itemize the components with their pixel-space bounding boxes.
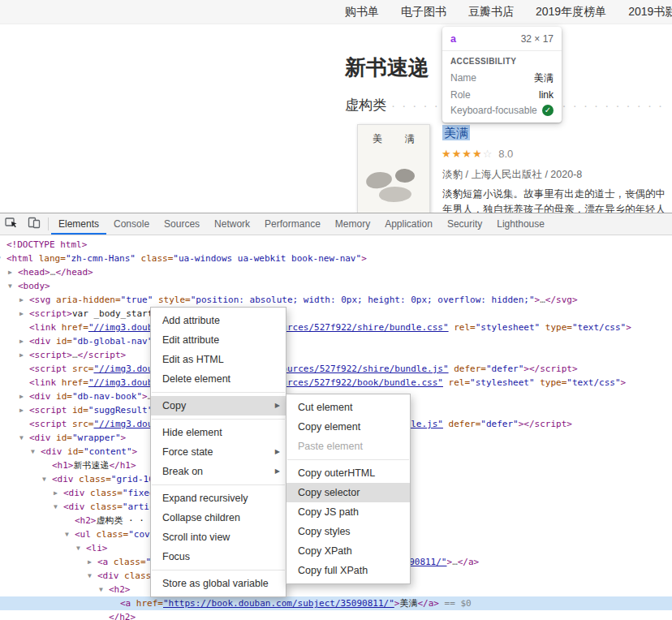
collapse-arrow-icon[interactable]: ▼	[19, 431, 24, 445]
dom-tree-node-selected[interactable]: <a href="https://book.douban.com/subject…	[0, 596, 672, 610]
expand-arrow-icon[interactable]: ▶	[88, 555, 92, 569]
dom-tree-node[interactable]: <link href="//img3.doubanio.com/dae/pack…	[0, 376, 672, 390]
expand-arrow-icon[interactable]: ▶	[8, 265, 12, 279]
devtools-tab-elements[interactable]: Elements	[51, 213, 106, 235]
menu-item-copy-xpath[interactable]: Copy XPath	[286, 541, 410, 561]
collapse-arrow-icon[interactable]: ▼	[31, 445, 35, 459]
syntax-attr: href=	[131, 598, 163, 609]
syntax-attr: class=	[108, 557, 145, 567]
syntax-tag: ></script>	[519, 419, 572, 429]
collapse-arrow-icon[interactable]: ▼	[76, 541, 80, 555]
dom-tree-node[interactable]: ▼<html lang="zh-cmn-Hans" class="ua-wind…	[0, 252, 672, 265]
inspect-tooltip: a 32 × 17 ACCESSIBILITY Name美满RolelinkKe…	[442, 27, 562, 123]
book-cover-link[interactable]: 美 满	[357, 124, 430, 215]
site-nav-item-3[interactable]: 豆瓣书店	[468, 5, 514, 19]
collapse-arrow-icon[interactable]: ▼	[8, 279, 12, 293]
menu-item-force-state[interactable]: Force state▶	[151, 442, 286, 462]
dom-tree-node[interactable]: ▶<script>var _body_start = +new Date();<…	[0, 307, 672, 321]
stars-full-icon: ★★★★	[442, 148, 483, 160]
syntax-tag: <h2>	[109, 584, 131, 595]
menu-item-edit-as-html[interactable]: Edit as HTML	[151, 350, 286, 369]
menu-item-collapse-children[interactable]: Collapse children	[151, 508, 286, 527]
devtools-tab-network[interactable]: Network	[207, 213, 257, 235]
expand-arrow-icon[interactable]: ▶	[19, 403, 24, 417]
devtools-tab-application[interactable]: Application	[377, 213, 440, 235]
menu-item-copy-outerhtml[interactable]: Copy outerHTML	[286, 463, 410, 483]
expand-arrow-icon[interactable]: ▶	[19, 307, 24, 321]
collapse-arrow-icon[interactable]: ▼	[54, 500, 58, 514]
dom-tree-node[interactable]: ▶<script>…</script>	[0, 348, 672, 362]
menu-item-store-as-global-variable[interactable]: Store as global variable	[151, 574, 286, 593]
menu-item-copy-js-path[interactable]: Copy JS path	[286, 502, 410, 522]
syntax-tag: >	[626, 322, 631, 333]
expand-arrow-icon[interactable]: ▶	[54, 486, 58, 500]
keyboard-focusable-check-icon: ✓	[542, 105, 554, 116]
book-title-link[interactable]: 美满	[442, 126, 470, 141]
device-toolbar-button[interactable]	[23, 213, 45, 235]
cover-rock-shape	[379, 187, 411, 202]
syntax-tag: </script>	[78, 350, 127, 360]
menu-item-edit-attribute[interactable]: Edit attribute	[151, 330, 286, 350]
dom-tree-node[interactable]: <script src="//img3.doubanio.com/dae/pac…	[0, 362, 672, 376]
syntax-tag: </a>	[417, 598, 439, 609]
syntax-tag: <script	[29, 419, 67, 429]
menu-item-focus[interactable]: Focus	[151, 547, 286, 566]
expand-arrow-icon[interactable]: ▶	[19, 334, 24, 348]
syntax-tag: >	[121, 433, 127, 443]
device-toolbar-icon	[28, 216, 41, 232]
devtools-tab-memory[interactable]: Memory	[328, 213, 377, 235]
expand-arrow-icon[interactable]: ▶	[19, 390, 24, 403]
menu-item-cut-element[interactable]: Cut element	[286, 398, 410, 417]
menu-item-add-attribute[interactable]: Add attribute	[151, 311, 286, 330]
dom-tree-node[interactable]: ▼<body>	[0, 279, 672, 293]
menu-item-copy-element[interactable]: Copy element	[286, 417, 410, 437]
menu-item-scroll-into-view[interactable]: Scroll into view	[151, 527, 286, 547]
syntax-attr: id=	[62, 446, 84, 457]
dom-tree-node[interactable]: ▶<div id="db-global-nav">…</div>	[0, 334, 672, 348]
dom-tree-node[interactable]: <!DOCTYPE html>	[0, 238, 672, 252]
menu-item-expand-recursively[interactable]: Expand recursively	[151, 489, 286, 508]
collapse-arrow-icon[interactable]: ▼	[88, 569, 92, 583]
devtools-tab-performance[interactable]: Performance	[257, 213, 328, 235]
menu-item-hide-element[interactable]: Hide element	[151, 423, 286, 442]
menu-item-copy[interactable]: Copy▶	[151, 396, 286, 415]
menu-item-break-on[interactable]: Break on▶	[151, 462, 286, 481]
site-nav-item-2[interactable]: 电子图书	[401, 5, 446, 19]
site-nav-bar: 购书单电子图书豆瓣书店2019年度榜单2019书影音报告	[0, 0, 672, 24]
collapse-arrow-icon[interactable]: ▼	[0, 252, 1, 265]
dom-tree-node[interactable]: ▼<h2>	[0, 583, 672, 596]
menu-item-copy-full-xpath[interactable]: Copy full XPath	[286, 561, 410, 580]
syntax-dots: …	[72, 350, 78, 360]
syntax-tag: <div	[97, 570, 119, 581]
dom-tree-node[interactable]: <link href="//img3.doubanio.com/dae/pack…	[0, 321, 672, 334]
menu-item-delete-element[interactable]: Delete element	[151, 369, 286, 389]
syntax-val: "db-nav-book"	[72, 391, 142, 402]
devtools-tab-lighthouse[interactable]: Lighthouse	[489, 213, 552, 235]
toolbar-separator	[48, 217, 49, 230]
inspect-element-button[interactable]	[0, 213, 23, 235]
expand-arrow-icon[interactable]: ▶	[19, 348, 24, 362]
rating-score: 8.0	[498, 148, 513, 160]
site-nav-item-1[interactable]: 购书单	[345, 5, 379, 19]
menu-item-copy-styles[interactable]: Copy styles	[286, 522, 410, 541]
collapse-arrow-icon[interactable]: ▼	[65, 527, 69, 541]
devtools-tab-security[interactable]: Security	[440, 213, 489, 235]
inspect-highlighted-text: 美满	[442, 125, 470, 140]
menu-item-paste-element[interactable]: Paste element	[286, 437, 410, 456]
devtools-tab-console[interactable]: Console	[106, 213, 157, 235]
collapse-arrow-icon[interactable]: ▼	[42, 472, 46, 486]
syntax-tag: <svg	[29, 295, 51, 305]
dom-tree-node[interactable]: </h2>	[0, 610, 672, 620]
site-nav-item-4[interactable]: 2019年度榜单	[536, 5, 606, 19]
expand-arrow-icon[interactable]: ▶	[19, 293, 24, 307]
syntax-val: "stylesheet"	[470, 377, 534, 388]
devtools-tab-sources[interactable]: Sources	[157, 213, 207, 235]
tooltip-row-name: Name美满	[442, 69, 562, 87]
collapse-arrow-icon[interactable]: ▼	[99, 583, 103, 596]
menu-item-copy-selector[interactable]: Copy selector	[286, 483, 410, 502]
tooltip-row-value: 美满	[534, 71, 554, 85]
site-nav-item-5[interactable]: 2019书影音报告	[628, 5, 672, 19]
dom-tree-node[interactable]: ▶<svg aria-hidden="true" style="position…	[0, 293, 672, 307]
dom-tree-node[interactable]: ▶<head>…</head>	[0, 265, 672, 279]
screen: 购书单电子图书豆瓣书店2019年度榜单2019书影音报告 新书速递 虚构类· ·…	[0, 0, 672, 620]
